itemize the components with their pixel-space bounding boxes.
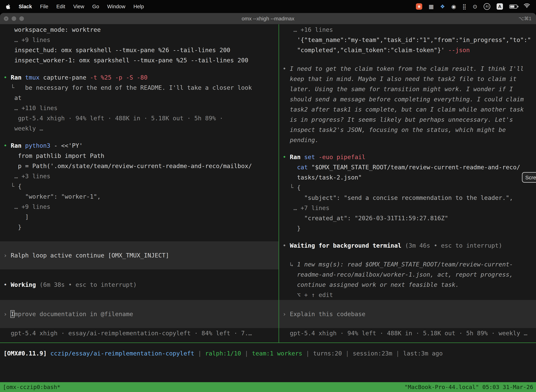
agent-pane-right[interactable]: … +16 lines '{"team_name":"my-team","tas… [278,24,536,342]
prompt-suggestion: › Explain this codebase [279,300,536,328]
terminal-line: cat "$OMX_TEAM_STATE_ROOT/team/review-cu… [282,162,532,172]
terminal-gap [4,65,275,72]
terminal-line: • Working (6m 38s • esc to interrupt) [4,280,275,290]
terminal-gap [282,251,532,259]
terminal-line: workspace_mode: worktree [4,25,275,35]
terminal-line: • Ran tmux capture-pane -t %25 -p -S -80 [4,72,275,83]
wifi-icon[interactable] [524,3,530,10]
terminal-line: continue assigned work or next feasible … [282,280,532,290]
terminal-line: └ be necessary for the end of the README… [4,83,275,93]
prompt-suggestion: › Improve documentation in @filename [0,300,278,328]
terminal-gap [282,145,532,152]
terminal-line: "created_at": "2026-03-31T11:59:27.816Z" [282,213,532,223]
menu-app-name[interactable]: Slack [19,4,32,9]
terminal-window: × omx --xhigh --madmax ⌥⌘1 workspace_mod… [0,13,536,392]
terminal-line: … +7 lines [282,203,532,213]
terminal-line: weekly … [4,123,275,134]
screen-overlay-badge[interactable]: Scre [522,172,536,183]
terminal-line: • Waiting for background terminal (3m 46… [282,240,532,251]
terminal-line: keep that in mind. Maybe I also need the… [282,74,532,84]
window-title-bar[interactable]: × omx --xhigh --madmax ⌥⌘1 [0,13,536,24]
block-cursor: I [11,311,14,317]
prompt-suggestion: › Ralph loop active continue [OMX_TMUX_I… [0,241,278,269]
terminal-line: tasks/task-2.json" [282,172,532,182]
terminal-line: } [282,223,532,233]
terminal-line: • Ran python3 - <<'PY' [4,140,275,151]
terminal-line: … +9 lines [4,202,275,212]
terminal-gap [4,269,275,280]
dots-grid-icon[interactable]: ⣿ [462,3,466,10]
tmux-session-label: [omx-cczip0:bash* [3,382,61,392]
app-icon-round[interactable]: ◉ [451,3,456,10]
terminal-line: later. Using the same for transition mig… [282,84,532,94]
menu-item-edit[interactable]: Edit [57,4,65,9]
terminal-line: "subject": "send a concise recommendatio… [282,193,532,203]
zoom-button[interactable] [19,16,24,21]
gauge-icon[interactable]: .61 [483,3,490,10]
terminal-line: should send a message before completing … [282,94,532,104]
app-icon-blue[interactable]: ❖ [440,3,445,10]
menu-item-window[interactable]: Window [107,4,125,9]
terminal-line: └ { [282,182,532,193]
terminal-content: workspace_mode: worktree … +9 lines insp… [0,24,536,392]
terminal-line: is in progress? It seems likely but perh… [282,115,532,125]
terminal-line: ↳ 1 new msg(s): read $OMX_TEAM_STATE_ROO… [282,259,532,269]
terminal-line: gpt-5.4 xhigh · essay/ai-reimplementatio… [4,328,275,338]
terminal-line: inspect_hud: omx sparkshell --tmux-pane … [4,45,275,55]
terminal-line: "worker": "worker-1", [4,191,275,202]
terminal-line: • I need to get the claim token from the… [282,64,532,74]
window-shortcut-hint: ⌥⌘1 [519,16,531,21]
battery-icon[interactable] [509,5,517,9]
terminal-line: … +110 lines [4,103,275,113]
terminal-line: inspect task2's JSON, focusing on the st… [282,125,532,135]
window-grid-icon[interactable]: ▦ [429,3,434,10]
tmux-host-clock: "MacBook-Pro-44.local" 05:03 31-Mar-26 [404,382,533,392]
menu-item-file[interactable]: File [40,4,48,9]
window-title: omx --xhigh --madmax [0,16,536,22]
terminal-line: • Ran set -euo pipefail [282,152,532,162]
tmux-status-bar: [omx-cczip0:bash* "MacBook-Pro-44.local"… [0,382,536,392]
menu-bar: Slack FileEditViewGoWindowHelp ▦❖◉⣿⊙.61A [0,0,536,13]
terminal-line: pending. [282,135,532,145]
terminal-line: from pathlib import Path [4,151,275,161]
terminal-line: ] [4,212,275,222]
close-button[interactable]: × [4,16,9,21]
apple-menu-icon[interactable] [6,4,10,9]
input-source-icon[interactable]: A [497,3,503,10]
terminal-line: task2 after task1 is complete, but can I… [282,104,532,115]
terminal-gap [4,134,275,140]
menu-item-help[interactable]: Help [134,4,144,9]
terminal-line: gpt-5.4 xhigh · 94% left · 488K in · 5.1… [282,328,532,338]
terminal-line: └ { [4,181,275,191]
terminal-line: readme-and-reco/mailbox/worker-1.json, a… [282,269,532,280]
terminal-line: … +3 lines [4,171,275,181]
terminal-line: '{"team_name":"my-team","task_id":"1","f… [282,35,532,45]
terminal-gap [282,55,532,64]
terminal-line: inspect_worker-1: omx sparkshell --tmux-… [4,55,275,65]
screen-recording-indicator[interactable] [416,3,422,10]
minimize-button[interactable] [12,16,16,21]
omx-status-line: [OMX#0.11.9] cczip/essay/ai-reimplementa… [0,343,536,359]
terminal-gap [4,290,275,300]
terminal-line: p = Path('.omx/state/team/review-current… [4,161,275,171]
agent-pane-left[interactable]: workspace_mode: worktree … +9 lines insp… [0,24,278,342]
terminal-line: gpt-5.4 xhigh · 94% left · 488K in · 5.1… [4,113,275,123]
terminal-line: "completed","claim_token":"claim-token"}… [282,45,532,55]
menu-item-go[interactable]: Go [92,4,99,9]
app-icon-misc[interactable]: ⊙ [473,3,477,10]
terminal-line: at [4,93,275,103]
terminal-line: … +9 lines [4,35,275,45]
terminal-gap [4,232,275,241]
terminal-line: } [4,222,275,232]
terminal-line: ⌥ + ↑ edit [282,290,532,300]
menu-item-view[interactable]: View [73,4,84,9]
terminal-line: … +16 lines [282,25,532,35]
terminal-gap [282,233,532,240]
